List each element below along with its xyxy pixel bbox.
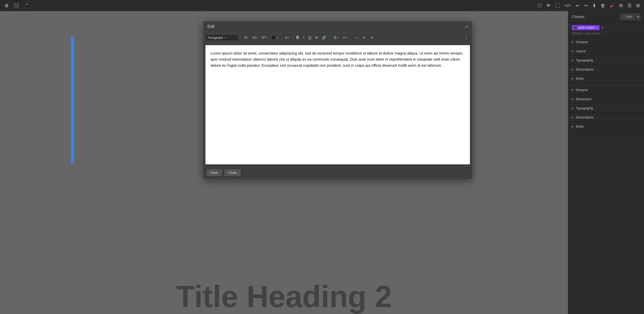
horizontal-rule-icon: — <box>355 36 359 40</box>
class-tag: ⬛ card-content × <box>572 25 600 30</box>
section-divider <box>568 84 644 84</box>
section-label-extra-2: Extra <box>576 125 583 128</box>
sidebar-item-decorations-2[interactable]: ▶ Decorations <box>568 113 644 122</box>
editor-text[interactable]: Lorem ipsum dolor sit amet, consectetur … <box>211 50 465 68</box>
highlight-color-indicator <box>271 35 276 40</box>
desktop-icon[interactable]: 🖥 <box>4 3 9 8</box>
sidebar-item-layout[interactable]: ▶ Layout <box>568 47 644 56</box>
sidebar-item-general-1[interactable]: ▶ General <box>568 38 644 47</box>
grid-icon[interactable]: ⊞ <box>636 3 640 8</box>
sidebar-item-extra-1[interactable]: ▶ Extra <box>568 74 644 83</box>
toolbar-separator-5 <box>351 35 352 40</box>
text-align-button[interactable]: ≡ ▾ <box>283 34 290 41</box>
font-transform-chevron-icon: ▾ <box>266 36 267 39</box>
chevron-icon-general-2: ▶ <box>572 89 574 91</box>
highlight-color-chevron-icon: ▾ <box>276 36 278 39</box>
square-icon[interactable]: ☐ <box>538 3 542 8</box>
mobile-icon[interactable]: 📱 <box>24 3 30 8</box>
font-transform-button[interactable]: Aᴬ ▾ <box>260 34 269 41</box>
undo-icon[interactable]: ↩ <box>576 3 579 8</box>
panel-title: Classes <box>572 15 584 19</box>
indent-increase-button[interactable]: ⇥ <box>368 34 374 41</box>
chevron-icon-typography-1: ▶ <box>572 59 574 62</box>
section-label-typography-1: Typography <box>576 58 593 62</box>
font-color-chevron-icon: ▾ <box>247 36 248 39</box>
font-size-label: AI <box>252 36 256 40</box>
toolbar-separator-3 <box>292 35 293 40</box>
eye-icon[interactable]: 👁 <box>546 3 551 8</box>
section-label-layout: Layout <box>576 49 586 53</box>
class-tag-icon: ⬛ <box>574 26 577 29</box>
state-dropdown[interactable]: - State - <box>620 14 640 20</box>
close-button[interactable]: Close <box>224 169 241 176</box>
sidebar-item-general-2[interactable]: ▶ General <box>568 85 644 95</box>
canvas-area: Title Heading 2 Edit × Paragraph ▾ A ▾ <box>0 11 568 314</box>
ordered-list-chevron-icon: ▾ <box>347 36 348 39</box>
gear-icon[interactable]: ⚙ <box>619 3 623 8</box>
indent-decrease-button[interactable]: ⇤ <box>361 34 367 41</box>
sidebar-item-typography-1[interactable]: ▶ Typography <box>568 56 644 65</box>
underline-button[interactable]: U <box>307 34 313 41</box>
section-label-typography-2: Typography <box>576 106 593 110</box>
main-area: Title Heading 2 Edit × Paragraph ▾ A ▾ <box>0 11 644 314</box>
section-label-dimension: Dimension <box>576 97 591 101</box>
brush-icon[interactable]: 🖌 <box>610 3 614 8</box>
bold-button[interactable]: B <box>295 34 301 41</box>
chevron-icon-layout: ▶ <box>572 50 574 53</box>
expand-icon[interactable]: ⛶ <box>555 3 560 8</box>
list-chevron-icon: ▾ <box>337 36 338 39</box>
class-tag-label: card-content <box>578 26 595 29</box>
chevron-icon-decorations-1: ▶ <box>572 68 574 71</box>
chevron-icon-general-1: ▶ <box>572 41 574 43</box>
font-size-chevron-icon: ▾ <box>256 36 258 39</box>
download-icon[interactable]: ⬇ <box>592 3 596 8</box>
link-button[interactable]: 🔗 <box>320 34 328 41</box>
selected-label: Selected: .card-content <box>572 32 640 35</box>
panel-header: Classes - State - <box>568 11 644 23</box>
text-align-chevron-icon: ▾ <box>288 36 289 39</box>
chevron-icon-extra-2: ▶ <box>572 125 574 128</box>
underline-label: U <box>308 35 311 40</box>
italic-button[interactable]: I <box>302 34 306 41</box>
ordered-list-button[interactable]: ≔ ▾ <box>341 34 349 41</box>
classes-row: ⬛ card-content × + <box>572 25 640 30</box>
font-color-button[interactable]: A ▾ <box>243 34 250 41</box>
add-class-button[interactable]: + <box>601 25 604 30</box>
editor-content-area[interactable]: Lorem ipsum dolor sit amet, consectetur … <box>205 45 470 164</box>
sidebar-item-dimension[interactable]: ▶ Dimension <box>568 95 644 104</box>
font-color-label: A <box>244 36 247 40</box>
tablet-icon[interactable]: ⬛ <box>14 3 19 8</box>
modal-close-button[interactable]: × <box>465 24 468 29</box>
trash-icon[interactable]: 🗑 <box>601 3 605 8</box>
section-label-decorations-1: Decorations <box>576 67 593 71</box>
font-size-button[interactable]: AI ▾ <box>251 34 259 41</box>
sidebar-item-typography-2[interactable]: ▶ Typography <box>568 104 644 113</box>
italic-label: I <box>303 35 304 40</box>
classes-section: ⬛ card-content × + Selected: .card-conte… <box>568 23 644 38</box>
canvas-heading: Title Heading 2 <box>176 279 392 314</box>
toolbar-right: ☐ 👁 ⛶ </> ↩ ↪ ⬇ 🗑 🖌 ⚙ ☰ ⊞ <box>538 3 640 8</box>
menu-icon[interactable]: ☰ <box>628 3 632 8</box>
save-button[interactable]: Save <box>206 169 222 176</box>
code-icon[interactable]: </> <box>564 3 571 8</box>
paragraph-select[interactable]: Paragraph ▾ <box>205 34 238 41</box>
more-options-button[interactable]: ⋮ <box>462 34 470 41</box>
edit-modal: Edit × Paragraph ▾ A ▾ AI ▾ <box>203 21 472 179</box>
toolbar-left: 🖥 ⬛ 📱 <box>4 3 30 8</box>
highlight-color-button[interactable]: ▾ <box>270 34 279 41</box>
sidebar-item-extra-2[interactable]: ▶ Extra <box>568 122 644 131</box>
redo-icon[interactable]: ↪ <box>584 3 588 8</box>
unordered-list-button[interactable]: ☰ ▾ <box>332 34 340 41</box>
horizontal-rule-button[interactable]: — <box>354 34 360 41</box>
modal-title: Edit <box>207 24 215 29</box>
more-options-icon: ⋮ <box>464 35 468 40</box>
unordered-list-icon: ☰ <box>333 36 337 40</box>
strikethrough-button[interactable]: S <box>314 34 319 41</box>
sidebar-item-decorations-1[interactable]: ▶ Decorations <box>568 65 644 74</box>
indent-decrease-icon: ⇤ <box>363 36 366 40</box>
toolbar-separator-2 <box>281 35 281 40</box>
chevron-icon-decorations-2: ▶ <box>572 116 574 119</box>
class-tag-remove-button[interactable]: × <box>596 26 598 29</box>
paragraph-chevron-icon: ▾ <box>225 36 226 39</box>
toolbar-separator-1 <box>240 35 241 40</box>
